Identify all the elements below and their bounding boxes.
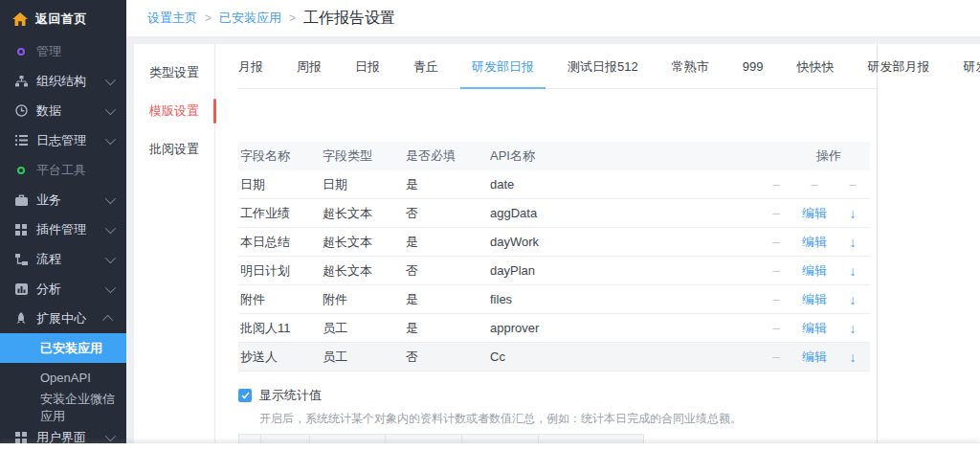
chevron-down-icon: [105, 222, 116, 233]
grid-icon: [14, 431, 28, 444]
rocket-icon: [14, 312, 28, 326]
breadcrumb-link-installed-apps[interactable]: 已安装应用: [219, 10, 281, 27]
action-dash: –: [767, 321, 786, 335]
action-dash: –: [767, 177, 786, 192]
show-stats-helper-text: 开启后，系统统计某个对象内的资料计数或者数值汇总，例如：统计本日完成的合同业绩总…: [259, 411, 877, 427]
page-title: 工作报告设置: [303, 9, 395, 29]
move-down-icon[interactable]: ↓: [843, 206, 862, 221]
table-row: 日期 日期 是 date – – –: [238, 170, 870, 199]
sidebar-item-rizhiguanli[interactable]: 日志管理: [0, 125, 126, 155]
move-down-icon[interactable]: ↓: [843, 321, 862, 336]
table-row: 本日总结 超长文本 是 dayWork – 编辑 ↓: [238, 228, 870, 257]
breadcrumb-separator: >: [289, 11, 296, 25]
col-header-field-type: 字段类型: [323, 147, 406, 165]
tab-monthly[interactable]: 月报: [238, 44, 263, 89]
col-header-required: 是否必填: [406, 147, 490, 165]
edit-button[interactable]: 编辑: [799, 234, 830, 251]
ring-green-icon: [14, 164, 28, 177]
action-dash: –: [767, 350, 786, 364]
sidebar-item-yewu[interactable]: 业务: [0, 185, 126, 214]
org-icon: [14, 75, 28, 88]
sidebar-item-shuju[interactable]: 数据: [0, 96, 126, 125]
main-area: 设置主页 > 已安装应用 > 工作报告设置 类型设置 模版设置 批阅设置 月报: [126, 0, 980, 451]
edit-button[interactable]: 编辑: [799, 262, 830, 280]
tab-qingqiu[interactable]: 青丘: [413, 44, 438, 89]
table-row: 批阅人11 员工 是 approver – 编辑 ↓: [238, 314, 870, 343]
tab-rnd-daily[interactable]: 研发部日报: [472, 44, 534, 89]
chevron-down-icon: [105, 74, 116, 84]
action-dash: –: [799, 177, 830, 192]
table-row: 工作业绩 超长文本 否 aggData – 编辑 ↓: [238, 199, 870, 228]
settings-menu-review[interactable]: 批阅设置: [134, 130, 214, 169]
edit-button[interactable]: 编辑: [799, 320, 830, 337]
tab-test-daily-512[interactable]: 测试日报512: [568, 44, 638, 89]
col-header-field-name: 字段名称: [238, 147, 323, 165]
sidebar-home-label: 返回首页: [35, 11, 87, 28]
chevron-down-icon: [105, 252, 116, 262]
chevron-down-icon: [105, 133, 116, 144]
breadcrumb: 设置主页 > 已安装应用 > 工作报告设置: [126, 0, 980, 36]
tab-rnd-monthly[interactable]: 研发部月报: [867, 44, 929, 89]
tab-changshu[interactable]: 常熟市: [672, 44, 709, 89]
template-pane: 月报 周报 日报 青丘 研发部日报 测试日报512 常熟市 999 快快快 研发…: [215, 44, 877, 451]
left-gutter: [126, 44, 134, 451]
chevron-down-icon: [105, 282, 116, 292]
action-dash: –: [767, 263, 786, 278]
sidebar: 返回首页 管理 组织结构 数据 日志管理: [0, 0, 126, 443]
ring-purple-icon: [14, 45, 28, 58]
action-dash: –: [767, 206, 786, 220]
tab-rnd-weekly[interactable]: 研发部周报: [963, 44, 980, 89]
action-dash: –: [767, 235, 786, 249]
settings-menu: 类型设置 模版设置 批阅设置: [134, 44, 215, 451]
chevron-down-icon: [105, 103, 116, 114]
sidebar-item-pingtaigongju[interactable]: 平台工具: [0, 155, 126, 185]
edit-button[interactable]: 编辑: [799, 349, 830, 366]
settings-menu-template[interactable]: 模版设置: [134, 92, 214, 130]
action-dash: –: [843, 177, 862, 192]
table-row: 明日计划 超长文本 否 dayPlan – 编辑 ↓: [238, 257, 870, 285]
breadcrumb-separator: >: [205, 11, 212, 25]
edit-button[interactable]: 编辑: [799, 291, 830, 308]
chart-icon: [14, 282, 28, 296]
sidebar-item-guanli[interactable]: 管理: [0, 36, 126, 66]
settings-menu-type[interactable]: 类型设置: [134, 54, 214, 92]
chevron-down-icon: [105, 192, 116, 203]
tab-kuaikuaikuai[interactable]: 快快快: [796, 44, 834, 89]
flow-icon: [14, 253, 28, 266]
chevron-down-icon: [105, 430, 116, 440]
action-dash: –: [767, 292, 786, 306]
sidebar-subitem-installed-apps[interactable]: 已安装应用: [0, 333, 126, 363]
sidebar-item-liucheng[interactable]: 流程: [0, 244, 126, 274]
clock-icon: [14, 104, 28, 118]
move-down-icon[interactable]: ↓: [843, 235, 862, 250]
home-icon: [13, 12, 27, 26]
sidebar-item-fenxi[interactable]: 分析: [0, 274, 126, 304]
sidebar-item-kuozhanzhongxin[interactable]: 扩展中心: [0, 304, 126, 333]
sidebar-item-zuzhijiegou[interactable]: 组织结构: [0, 66, 126, 96]
settings-card: 类型设置 模版设置 批阅设置 月报 周报 日报 青丘 研发部日报 测试日报512…: [134, 44, 878, 451]
move-down-icon[interactable]: ↓: [843, 292, 862, 307]
breadcrumb-link-settings-home[interactable]: 设置主页: [147, 10, 197, 27]
table-header-row: 字段名称 字段类型 是否必填 API名称 操作: [238, 142, 870, 170]
stats-section: 显示统计值 开启后，系统统计某个对象内的资料计数或者数值汇总，例如：统计本日完成…: [238, 387, 877, 427]
fields-table: 字段名称 字段类型 是否必填 API名称 操作 日期 日期 是 date: [238, 142, 870, 372]
app-root: 返回首页 管理 组织结构 数据 日志管理: [0, 0, 980, 451]
show-stats-checkbox[interactable]: [238, 389, 252, 402]
show-stats-label: 显示统计值: [259, 387, 322, 404]
edit-button[interactable]: 编辑: [799, 205, 830, 222]
move-down-icon[interactable]: ↓: [843, 350, 862, 365]
table-row: 抄送人 员工 否 Cc – 编辑 ↓: [238, 343, 870, 372]
tab-999[interactable]: 999: [743, 44, 764, 89]
list-icon: [14, 134, 28, 147]
chevron-up-icon: [102, 314, 113, 325]
sidebar-subitem-openapi[interactable]: OpenAPI: [0, 363, 126, 393]
sidebar-home-link[interactable]: 返回首页: [0, 0, 126, 36]
table-row: 附件 附件 是 files – 编辑 ↓: [238, 285, 870, 314]
move-down-icon[interactable]: ↓: [843, 263, 862, 279]
report-type-tabs: 月报 周报 日报 青丘 研发部日报 测试日报512 常熟市 999 快快快 研发…: [238, 44, 877, 89]
tab-weekly[interactable]: 周报: [297, 44, 322, 89]
sidebar-item-chajianguanli[interactable]: 插件管理: [0, 214, 126, 244]
sidebar-subitem-install-wechat-app[interactable]: 安装企业微信应用: [0, 393, 126, 422]
grid-icon: [14, 223, 28, 237]
tab-daily[interactable]: 日报: [355, 44, 380, 89]
